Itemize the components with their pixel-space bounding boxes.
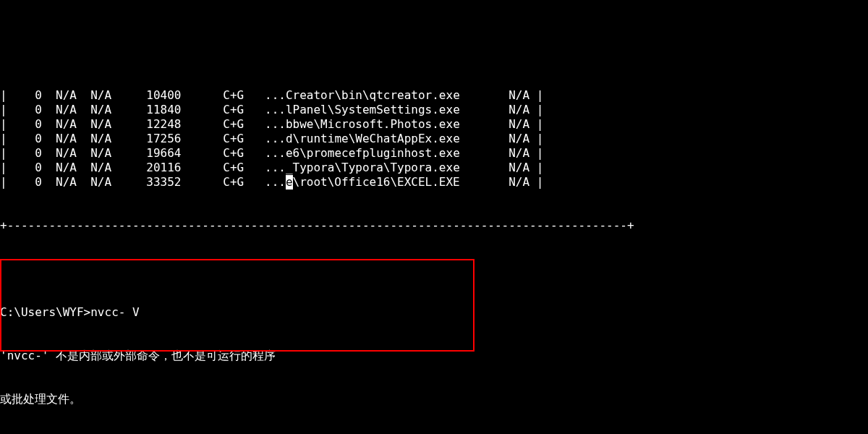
blank-line <box>0 262 868 276</box>
table-row: | 0 N/A N/A 11840 C+G ...lPanel\SystemSe… <box>0 103 868 117</box>
process-table: | 0 N/A N/A 10400 C+G ...Creator\bin\qtc… <box>0 88 868 190</box>
table-separator: +---------------------------------------… <box>0 218 868 233</box>
table-row: | 0 N/A N/A 12248 C+G ...bbwe\Microsoft.… <box>0 117 868 132</box>
terminal-window[interactable]: | 0 N/A N/A 10400 C+G ...Creator\bin\qtc… <box>0 59 868 434</box>
table-row: | 0 N/A N/A 10400 C+G ...Creator\bin\qtc… <box>0 88 868 103</box>
table-row: | 0 N/A N/A 17256 C+G ...d\runtime\WeCha… <box>0 132 868 146</box>
command-text: nvcc- V <box>90 305 139 319</box>
command-line-1: C:\Users\WYF>nvcc- V <box>0 305 868 320</box>
text-cursor: e <box>286 175 293 190</box>
table-row: | 0 N/A N/A 33352 C+G ...e\root\Office16… <box>0 175 868 190</box>
table-row: | 0 N/A N/A 19664 C+G ...e6\promecefplug… <box>0 146 868 161</box>
table-row: | 0 N/A N/A 20116 C+G ..._Typora\Typora\… <box>0 161 868 175</box>
error-line-1: 'nvcc-' 不是内部或外部命令，也不是可运行的程序 <box>0 349 868 363</box>
error-line-2: 或批处理文件。 <box>0 392 868 407</box>
prompt-path: C:\Users\WYF> <box>0 305 90 319</box>
